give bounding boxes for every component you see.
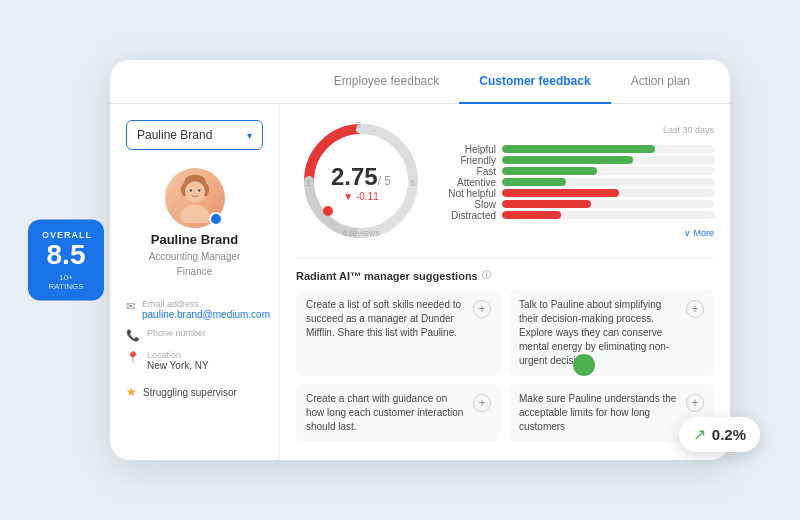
suggestion-text: Create a list of soft skills needed to s… xyxy=(306,298,467,340)
tab-employee-feedback[interactable]: Employee feedback xyxy=(314,60,459,104)
bar-row: Distracted xyxy=(438,210,714,221)
chart-title: Last 30 days xyxy=(438,125,714,135)
svg-point-7 xyxy=(189,189,192,192)
svg-point-8 xyxy=(197,189,200,192)
tag-text: Struggling supervisor xyxy=(143,387,237,398)
bar-row: Friendly xyxy=(438,155,714,166)
svg-point-6 xyxy=(185,181,205,201)
tab-action-plan[interactable]: Action plan xyxy=(611,60,710,104)
suggestions-title-text: Radiant AI™ manager suggestions xyxy=(296,270,478,282)
bar-label: Attentive xyxy=(438,177,496,188)
overall-badge: OVERALL 8.5 10+ RATINGS xyxy=(28,220,104,301)
svg-point-1 xyxy=(180,205,210,223)
tab-customer-feedback[interactable]: Customer feedback xyxy=(459,60,610,104)
bar-fill xyxy=(502,178,566,186)
email-value[interactable]: pauline.brand@medium.com xyxy=(142,309,270,320)
location-label: Location xyxy=(147,350,209,360)
left-panel: Pauline Brand ▾ xyxy=(110,104,280,460)
avatar-status xyxy=(209,212,223,226)
gauge-wrap: 1 3 5 2.75/ 5 ▼ -0.11 4 reviews xyxy=(296,116,426,246)
suggestion-add-button[interactable]: + xyxy=(473,394,491,412)
bar-label: Not helpful xyxy=(438,188,496,199)
bar-track xyxy=(502,145,714,153)
location-info: 📍 Location New York, NY xyxy=(126,350,263,371)
dropdown-value: Pauline Brand xyxy=(137,128,212,142)
growth-dot xyxy=(573,354,595,376)
overall-label: OVERALL xyxy=(42,230,90,240)
suggestion-card: Create a list of soft skills needed to s… xyxy=(296,290,501,376)
suggestion-text: Create a chart with guidance on how long… xyxy=(306,392,467,434)
location-icon: 📍 xyxy=(126,351,140,364)
email-icon: ✉ xyxy=(126,300,135,313)
bar-fill xyxy=(502,211,561,219)
overall-score: 8.5 xyxy=(42,240,90,271)
bar-fill xyxy=(502,167,597,175)
bar-label: Friendly xyxy=(438,155,496,166)
profile-section: Pauline Brand Accounting Manager Finance xyxy=(126,160,263,285)
location-value: New York, NY xyxy=(147,360,209,371)
bar-row: Not helpful xyxy=(438,188,714,199)
bar-row: Slow xyxy=(438,199,714,210)
bar-track xyxy=(502,189,714,197)
suggestions-grid: Create a list of soft skills needed to s… xyxy=(296,290,714,442)
svg-point-10 xyxy=(323,206,333,216)
right-panel: 1 3 5 2.75/ 5 ▼ -0.11 4 reviews Last 30 … xyxy=(280,104,730,460)
trending-up-icon: ↗ xyxy=(693,425,706,444)
info-list: ✉ Email address pauline.brand@medium.com… xyxy=(126,299,263,371)
gauge-reviews: 4 reviews xyxy=(342,228,380,238)
card-body: Pauline Brand ▾ xyxy=(110,104,730,460)
bar-track xyxy=(502,200,714,208)
suggestion-card: Talk to Pauline about simplifying their … xyxy=(509,290,714,376)
tag-row: ★ Struggling supervisor xyxy=(126,385,263,399)
main-card: Employee feedback Customer feedback Acti… xyxy=(110,60,730,460)
bar-fill xyxy=(502,156,633,164)
bar-row: Attentive xyxy=(438,177,714,188)
profile-title: Accounting Manager xyxy=(149,251,241,262)
employee-dropdown[interactable]: Pauline Brand ▾ xyxy=(126,120,263,150)
bar-fill xyxy=(502,189,619,197)
suggestion-add-button[interactable]: + xyxy=(686,300,704,318)
bar-row: Helpful xyxy=(438,144,714,155)
phone-icon: 📞 xyxy=(126,329,140,342)
star-icon: ★ xyxy=(126,385,137,399)
suggestion-add-button[interactable]: + xyxy=(686,394,704,412)
more-link[interactable]: ∨ More xyxy=(438,228,714,238)
email-info: ✉ Email address pauline.brand@medium.com xyxy=(126,299,263,320)
top-section: 1 3 5 2.75/ 5 ▼ -0.11 4 reviews Last 30 … xyxy=(296,116,714,246)
svg-text:1: 1 xyxy=(306,178,311,188)
growth-badge: ↗ 0.2% xyxy=(679,417,760,452)
gauge-center: 2.75/ 5 ▼ -0.11 xyxy=(331,165,391,202)
chevron-down-icon: ▾ xyxy=(247,130,252,141)
profile-dept: Finance xyxy=(177,266,213,277)
profile-name: Pauline Brand xyxy=(151,232,238,247)
gauge-score: 2.75 xyxy=(331,163,378,190)
bar-label: Slow xyxy=(438,199,496,210)
suggestion-card: Create a chart with guidance on how long… xyxy=(296,384,501,442)
overall-ratings: 10+ RATINGS xyxy=(42,272,90,290)
suggestion-text: Make sure Pauline understands the accept… xyxy=(519,392,680,434)
avatar-wrap xyxy=(165,168,225,228)
bar-track xyxy=(502,178,714,186)
bar-label: Distracted xyxy=(438,210,496,221)
suggestions-title: Radiant AI™ manager suggestions ⓘ xyxy=(296,269,714,282)
suggestion-add-button[interactable]: + xyxy=(473,300,491,318)
gauge-delta: ▼ -0.11 xyxy=(331,191,391,202)
bar-label: Fast xyxy=(438,166,496,177)
bar-track xyxy=(502,156,714,164)
tab-bar: Employee feedback Customer feedback Acti… xyxy=(110,60,730,104)
bar-label: Helpful xyxy=(438,144,496,155)
bar-fill xyxy=(502,200,591,208)
phone-label: Phone number xyxy=(147,328,206,338)
suggestion-text: Talk to Pauline about simplifying their … xyxy=(519,298,680,368)
bar-track xyxy=(502,167,714,175)
bar-track xyxy=(502,211,714,219)
suggestions-section: Radiant AI™ manager suggestions ⓘ Create… xyxy=(296,258,714,442)
bar-fill xyxy=(502,145,655,153)
bars-container: Helpful Friendly Fast Attentive Not help… xyxy=(438,144,714,221)
growth-percent: 0.2% xyxy=(712,426,746,443)
bar-row: Fast xyxy=(438,166,714,177)
phone-info: 📞 Phone number xyxy=(126,328,263,342)
email-label: Email address xyxy=(142,299,270,309)
svg-text:3: 3 xyxy=(356,120,361,130)
svg-text:5: 5 xyxy=(410,178,415,188)
